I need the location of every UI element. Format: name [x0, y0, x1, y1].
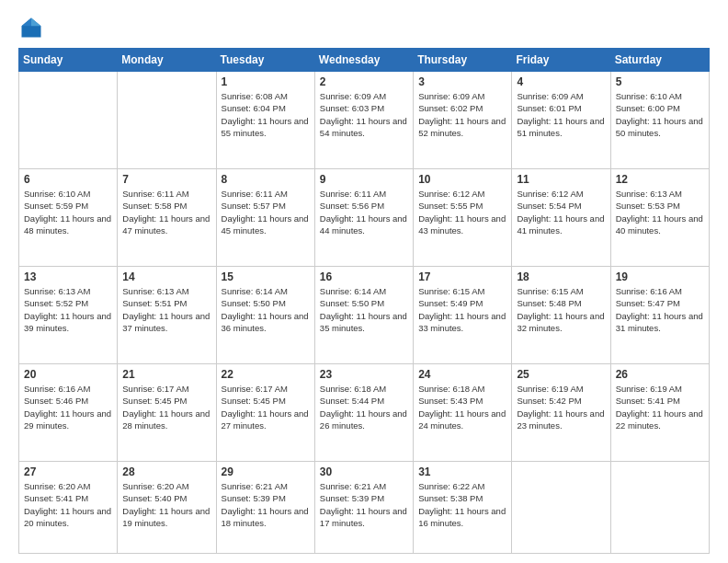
day-number: 1: [222, 75, 310, 88]
calendar-cell: 10Sunrise: 6:12 AM Sunset: 5:55 PM Dayli…: [414, 169, 512, 267]
day-number: 22: [222, 368, 310, 381]
day-number: 30: [320, 465, 408, 478]
day-info: Sunrise: 6:13 AM Sunset: 5:52 PM Dayligh…: [24, 285, 112, 334]
day-info: Sunrise: 6:15 AM Sunset: 5:48 PM Dayligh…: [517, 285, 605, 334]
day-number: 31: [418, 465, 506, 478]
day-number: 11: [517, 173, 605, 186]
day-info: Sunrise: 6:18 AM Sunset: 5:44 PM Dayligh…: [320, 383, 408, 431]
day-info: Sunrise: 6:13 AM Sunset: 5:53 PM Dayligh…: [616, 188, 704, 236]
day-info: Sunrise: 6:13 AM Sunset: 5:51 PM Dayligh…: [122, 285, 210, 334]
day-info: Sunrise: 6:10 AM Sunset: 5:59 PM Dayligh…: [24, 188, 112, 236]
day-number: 25: [517, 368, 605, 381]
calendar-cell: 27Sunrise: 6:20 AM Sunset: 5:41 PM Dayli…: [19, 462, 118, 554]
day-number: 19: [616, 270, 704, 283]
day-info: Sunrise: 6:09 AM Sunset: 6:01 PM Dayligh…: [517, 90, 605, 139]
calendar-week-5: 27Sunrise: 6:20 AM Sunset: 5:41 PM Dayli…: [19, 462, 710, 554]
logo-icon: [18, 15, 44, 40]
calendar-cell: 3Sunrise: 6:09 AM Sunset: 6:02 PM Daylig…: [414, 72, 512, 169]
day-info: Sunrise: 6:18 AM Sunset: 5:43 PM Dayligh…: [418, 383, 506, 431]
day-info: Sunrise: 6:11 AM Sunset: 5:57 PM Dayligh…: [222, 188, 310, 236]
day-info: Sunrise: 6:20 AM Sunset: 5:40 PM Dayligh…: [122, 480, 210, 529]
day-number: 14: [122, 270, 210, 283]
calendar-week-4: 20Sunrise: 6:16 AM Sunset: 5:46 PM Dayli…: [19, 364, 710, 462]
day-info: Sunrise: 6:12 AM Sunset: 5:55 PM Dayligh…: [418, 188, 506, 236]
day-info: Sunrise: 6:17 AM Sunset: 5:45 PM Dayligh…: [222, 383, 310, 431]
day-info: Sunrise: 6:21 AM Sunset: 5:39 PM Dayligh…: [222, 480, 310, 529]
header: [18, 15, 710, 40]
calendar-cell: 2Sunrise: 6:09 AM Sunset: 6:03 PM Daylig…: [314, 72, 413, 169]
day-info: Sunrise: 6:21 AM Sunset: 5:39 PM Dayligh…: [320, 480, 408, 529]
day-info: Sunrise: 6:09 AM Sunset: 6:02 PM Dayligh…: [418, 90, 506, 139]
calendar-cell: 19Sunrise: 6:16 AM Sunset: 5:47 PM Dayli…: [610, 267, 709, 364]
calendar-cell: 4Sunrise: 6:09 AM Sunset: 6:01 PM Daylig…: [512, 72, 610, 169]
weekday-header-tuesday: Tuesday: [216, 49, 314, 72]
day-info: Sunrise: 6:19 AM Sunset: 5:42 PM Dayligh…: [517, 383, 605, 431]
calendar-week-1: 1Sunrise: 6:08 AM Sunset: 6:04 PM Daylig…: [19, 72, 710, 169]
svg-marker-2: [22, 18, 32, 27]
calendar-cell: 1Sunrise: 6:08 AM Sunset: 6:04 PM Daylig…: [216, 72, 314, 169]
day-number: 21: [122, 368, 210, 381]
calendar-cell: 20Sunrise: 6:16 AM Sunset: 5:46 PM Dayli…: [19, 364, 118, 462]
day-number: 12: [616, 173, 704, 186]
day-info: Sunrise: 6:22 AM Sunset: 5:38 PM Dayligh…: [418, 480, 506, 529]
calendar-week-2: 6Sunrise: 6:10 AM Sunset: 5:59 PM Daylig…: [19, 169, 710, 267]
day-number: 16: [320, 270, 408, 283]
calendar-cell: 13Sunrise: 6:13 AM Sunset: 5:52 PM Dayli…: [19, 267, 118, 364]
day-number: 15: [222, 270, 310, 283]
day-info: Sunrise: 6:16 AM Sunset: 5:46 PM Dayligh…: [24, 383, 112, 431]
weekday-header-friday: Friday: [512, 49, 610, 72]
calendar-cell: 12Sunrise: 6:13 AM Sunset: 5:53 PM Dayli…: [610, 169, 709, 267]
day-number: 18: [517, 270, 605, 283]
day-info: Sunrise: 6:19 AM Sunset: 5:41 PM Dayligh…: [616, 383, 704, 431]
day-number: 29: [222, 465, 310, 478]
day-number: 23: [320, 368, 408, 381]
weekday-header-row: SundayMondayTuesdayWednesdayThursdayFrid…: [19, 49, 710, 72]
calendar-cell: [512, 462, 610, 554]
calendar-cell: 26Sunrise: 6:19 AM Sunset: 5:41 PM Dayli…: [610, 364, 709, 462]
calendar-cell: 5Sunrise: 6:10 AM Sunset: 6:00 PM Daylig…: [610, 72, 709, 169]
calendar-cell: 28Sunrise: 6:20 AM Sunset: 5:40 PM Dayli…: [118, 462, 216, 554]
calendar-cell: 14Sunrise: 6:13 AM Sunset: 5:51 PM Dayli…: [118, 267, 216, 364]
calendar-cell: 9Sunrise: 6:11 AM Sunset: 5:56 PM Daylig…: [314, 169, 413, 267]
calendar-cell: 29Sunrise: 6:21 AM Sunset: 5:39 PM Dayli…: [216, 462, 314, 554]
day-info: Sunrise: 6:09 AM Sunset: 6:03 PM Dayligh…: [320, 90, 408, 139]
day-info: Sunrise: 6:10 AM Sunset: 6:00 PM Dayligh…: [616, 90, 704, 139]
day-number: 27: [24, 465, 112, 478]
day-info: Sunrise: 6:15 AM Sunset: 5:49 PM Dayligh…: [418, 285, 506, 334]
calendar-cell: 8Sunrise: 6:11 AM Sunset: 5:57 PM Daylig…: [216, 169, 314, 267]
calendar-cell: 30Sunrise: 6:21 AM Sunset: 5:39 PM Dayli…: [314, 462, 413, 554]
logo: [18, 15, 48, 40]
calendar-cell: 23Sunrise: 6:18 AM Sunset: 5:44 PM Dayli…: [314, 364, 413, 462]
calendar-cell: 18Sunrise: 6:15 AM Sunset: 5:48 PM Dayli…: [512, 267, 610, 364]
day-info: Sunrise: 6:14 AM Sunset: 5:50 PM Dayligh…: [320, 285, 408, 334]
calendar-cell: 16Sunrise: 6:14 AM Sunset: 5:50 PM Dayli…: [314, 267, 413, 364]
day-number: 5: [616, 75, 704, 88]
weekday-header-thursday: Thursday: [414, 49, 512, 72]
calendar-cell: 6Sunrise: 6:10 AM Sunset: 5:59 PM Daylig…: [19, 169, 118, 267]
day-info: Sunrise: 6:12 AM Sunset: 5:54 PM Dayligh…: [517, 188, 605, 236]
calendar-cell: 21Sunrise: 6:17 AM Sunset: 5:45 PM Dayli…: [118, 364, 216, 462]
day-number: 9: [320, 173, 408, 186]
svg-marker-1: [31, 18, 41, 27]
day-info: Sunrise: 6:14 AM Sunset: 5:50 PM Dayligh…: [222, 285, 310, 334]
day-number: 7: [122, 173, 210, 186]
calendar-week-3: 13Sunrise: 6:13 AM Sunset: 5:52 PM Dayli…: [19, 267, 710, 364]
calendar-cell: 17Sunrise: 6:15 AM Sunset: 5:49 PM Dayli…: [414, 267, 512, 364]
weekday-header-monday: Monday: [118, 49, 216, 72]
calendar-table: SundayMondayTuesdayWednesdayThursdayFrid…: [18, 48, 710, 554]
weekday-header-wednesday: Wednesday: [314, 49, 413, 72]
calendar-cell: [610, 462, 709, 554]
day-info: Sunrise: 6:20 AM Sunset: 5:41 PM Dayligh…: [24, 480, 112, 529]
day-number: 10: [418, 173, 506, 186]
day-number: 6: [24, 173, 112, 186]
day-number: 26: [616, 368, 704, 381]
calendar-cell: 22Sunrise: 6:17 AM Sunset: 5:45 PM Dayli…: [216, 364, 314, 462]
day-number: 20: [24, 368, 112, 381]
day-number: 13: [24, 270, 112, 283]
calendar-cell: [19, 72, 118, 169]
calendar-cell: 15Sunrise: 6:14 AM Sunset: 5:50 PM Dayli…: [216, 267, 314, 364]
day-number: 2: [320, 75, 408, 88]
day-number: 3: [418, 75, 506, 88]
page: SundayMondayTuesdayWednesdayThursdayFrid…: [0, 0, 728, 563]
weekday-header-sunday: Sunday: [19, 49, 118, 72]
